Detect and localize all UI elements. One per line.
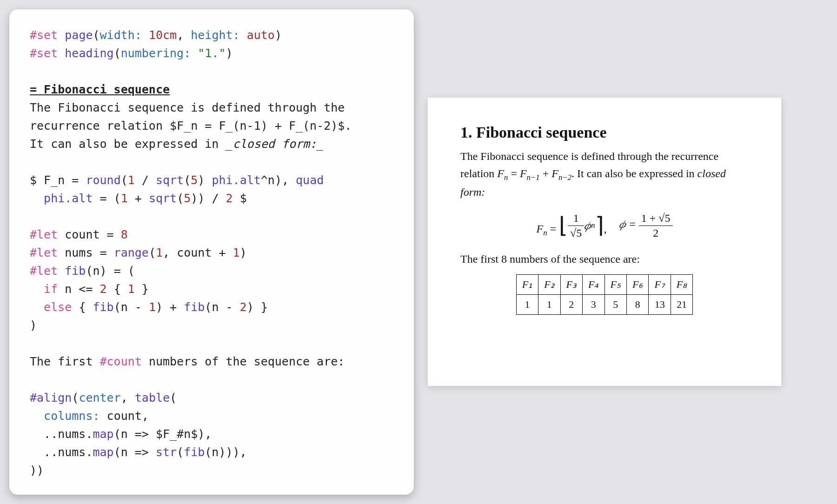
punct: ( xyxy=(177,445,184,459)
markup-heading: = Fibonacci sequence xyxy=(30,83,170,96)
num: 1 xyxy=(128,282,135,296)
punct: $ xyxy=(233,192,247,205)
punct: ) xyxy=(30,318,37,332)
num: 1 xyxy=(149,300,156,314)
op: ^n), xyxy=(261,173,296,187)
table-cell: F₇ xyxy=(649,274,671,294)
table-row: F₁ F₂ F₃ F₄ F₅ F₆ F₇ F₈ xyxy=(516,274,693,294)
op: + xyxy=(128,192,149,205)
fn: fib xyxy=(58,264,86,278)
num: 2 xyxy=(226,192,233,205)
closed-form-equation: Fn = ⌊ 1√5𝜙n ⌉ , 𝜙 = 1 + √52 xyxy=(460,212,749,239)
fn: map xyxy=(93,427,113,441)
attr: width: xyxy=(100,28,142,42)
punct: ( xyxy=(170,391,177,405)
fn: sqrt xyxy=(149,192,177,205)
table-cell: F₁ xyxy=(516,274,538,294)
val: count, xyxy=(100,409,149,423)
var: count = xyxy=(58,228,120,241)
intro-text-2: . It can also be expressed in xyxy=(571,167,698,179)
attr: columns: xyxy=(44,409,100,423)
val: "1." xyxy=(198,46,226,60)
punct: { xyxy=(72,300,93,314)
attr: height: xyxy=(191,28,239,42)
table-cell: 13 xyxy=(649,294,671,314)
fn-page: page xyxy=(65,28,93,42)
text: . xyxy=(345,119,352,133)
lambda: (n => xyxy=(114,427,156,441)
text: , count + xyxy=(163,246,233,259)
punct: ) xyxy=(198,173,212,187)
var-ref: #count xyxy=(100,355,142,368)
num: 5 xyxy=(191,173,198,187)
op: / xyxy=(135,173,156,187)
keyword: else xyxy=(44,300,72,314)
keyword: #set xyxy=(30,46,58,60)
expr: (n - xyxy=(205,300,239,314)
table-cell: F₂ xyxy=(538,274,560,294)
preview-panel: 1. Fibonacci sequence The Fibonacci sequ… xyxy=(428,98,781,386)
fn: round xyxy=(86,173,120,187)
table-cell: 2 xyxy=(560,294,582,314)
table-cell: 1 xyxy=(538,294,560,314)
keyword: if xyxy=(44,282,58,296)
num: 1 xyxy=(128,173,135,187)
preview-heading: 1. Fibonacci sequence xyxy=(460,124,749,141)
num: 1 xyxy=(156,246,163,259)
text: It can also be expressed in xyxy=(30,137,226,151)
punct: ( xyxy=(149,246,156,259)
arg: center xyxy=(79,391,120,405)
punct: ), xyxy=(198,427,212,441)
code-editor-panel: #set page(width: 10cm, height: auto) #se… xyxy=(9,9,414,495)
punct: ) xyxy=(240,246,247,259)
table-cell: 3 xyxy=(583,294,604,314)
text: The first xyxy=(30,355,100,368)
keyword: #let xyxy=(30,228,58,241)
punct: } xyxy=(135,282,149,296)
preview-body: The Fibonacci sequence is defined throug… xyxy=(460,148,749,315)
fn: str xyxy=(156,445,177,459)
punct: { xyxy=(107,282,128,296)
val: auto xyxy=(247,28,275,42)
mathvar: phi.alt xyxy=(44,192,93,205)
num: 5 xyxy=(184,192,191,205)
punct: ( xyxy=(177,192,184,205)
fn: sqrt xyxy=(156,173,184,187)
punct: ( xyxy=(184,173,191,187)
var: nums = xyxy=(58,246,113,259)
fn: map xyxy=(93,445,113,459)
math-block: $ F_n = xyxy=(30,173,86,187)
table-cell: F₈ xyxy=(671,274,692,294)
table-row: 1 1 2 3 5 8 13 21 xyxy=(516,294,693,314)
num: 1 xyxy=(233,246,240,259)
keyword: #let xyxy=(30,264,58,278)
eq-phi: 𝜙 = 1 + √52 xyxy=(619,212,673,239)
text: The Fibonacci sequence is defined throug… xyxy=(30,101,345,114)
fn: #align xyxy=(30,391,72,405)
punct: ( xyxy=(121,173,128,187)
table-intro: The first 8 numbers of the sequence are: xyxy=(460,251,749,268)
attr: numbering: xyxy=(121,46,191,60)
op: ) + xyxy=(156,300,184,314)
table-cell: 21 xyxy=(671,294,692,314)
lambda: (n => xyxy=(114,445,156,459)
recurrence-formula: Fn = Fn−1 + Fn−2 xyxy=(497,167,571,179)
punct: )) xyxy=(30,464,44,477)
text: recurrence relation xyxy=(30,119,170,133)
fn: fib xyxy=(93,300,113,314)
table-cell: 5 xyxy=(604,294,626,314)
fn: table xyxy=(135,391,170,405)
table-cell: F₆ xyxy=(626,274,648,294)
text: numbers of the sequence are: xyxy=(142,355,345,368)
op: = ( xyxy=(93,192,120,205)
expr: n <= xyxy=(58,282,100,296)
num: 1 xyxy=(121,192,128,205)
num: 2 xyxy=(240,300,247,314)
fn: fib xyxy=(184,300,205,314)
table-cell: F₄ xyxy=(583,274,604,294)
punct: , xyxy=(121,391,135,405)
op: )) / xyxy=(191,192,226,205)
fibonacci-table: F₁ F₂ F₃ F₄ F₅ F₆ F₇ F₈ 1 1 2 3 5 8 13 2… xyxy=(516,274,693,315)
punct: ) } xyxy=(247,300,268,314)
num: 8 xyxy=(121,228,128,241)
